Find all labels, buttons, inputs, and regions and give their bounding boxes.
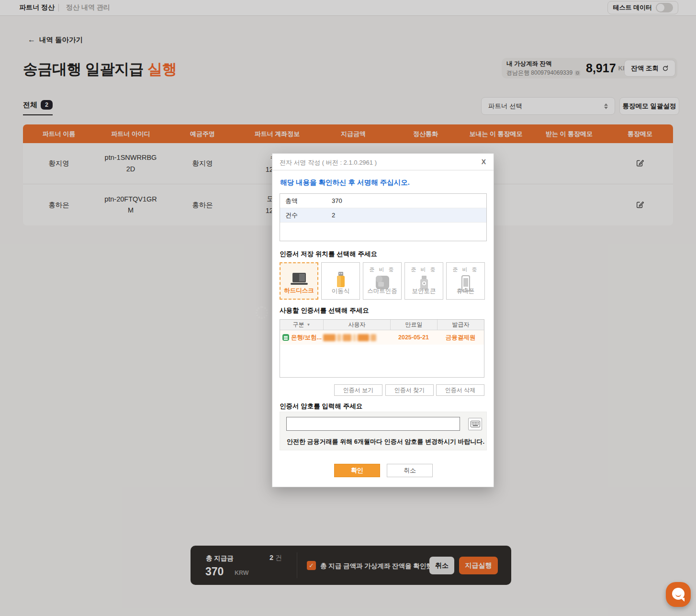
- cert-expiry: 2025-05-21: [390, 334, 437, 341]
- storage-tile-smartauth[interactable]: 준 비 중 스마트인증: [363, 262, 402, 300]
- cert-col-expiry: 만료일: [390, 320, 437, 330]
- password-section-title: 인증서 암호를 입력해 주세요: [280, 402, 362, 411]
- sign-instruction: 해당 내용을 확인하신 후 서명해 주십시오.: [280, 178, 410, 187]
- cert-find-button[interactable]: 인증서 찾기: [385, 384, 434, 396]
- virtual-keyboard-button[interactable]: [468, 418, 482, 430]
- storage-tile-securitytoken[interactable]: 준 비 중 보안토큰: [404, 262, 443, 300]
- storage-section-title: 인증서 저장 위치를 선택해 주세요: [280, 250, 377, 258]
- modal-title: 전자 서명 작성 ( 버전 : 2.1.0.2961 ): [280, 158, 377, 167]
- modal-cancel-button[interactable]: 취소: [387, 464, 433, 477]
- storage-tile-removable[interactable]: 이동식: [321, 262, 360, 300]
- harddisk-icon: [281, 272, 317, 287]
- cert-col-issuer: 발급자: [437, 320, 484, 330]
- cert-col-type[interactable]: 구분▼: [280, 320, 323, 330]
- password-panel: 안전한 금융거래를 위해 6개월마다 인증서 암호를 변경하시기 바랍니다.: [280, 412, 487, 450]
- app-root: 파트너 정산 정산 내역 관리 테스트 데이터 ←내역 돌아가기 송금대행 일괄…: [0, 0, 696, 616]
- certificate-password-input[interactable]: [286, 417, 460, 431]
- certificate-table-header: 구분▼ 사용자 만료일 발급자: [280, 320, 484, 330]
- certificate-row[interactable]: 은행/보험... 2025-05-21 금융결제원: [280, 330, 484, 345]
- close-icon[interactable]: X: [482, 158, 486, 166]
- cert-view-button[interactable]: 인증서 보기: [334, 384, 382, 396]
- keyboard-icon: [471, 421, 480, 427]
- modal-confirm-button[interactable]: 확인: [334, 464, 380, 477]
- modal-titlebar: 전자 서명 작성 ( 버전 : 2.1.0.2961 ) X: [272, 154, 494, 170]
- certificate-table: 구분▼ 사용자 만료일 발급자 은행/보험... 2025-05-21 금융결제…: [280, 319, 484, 378]
- summary-row-count: 건수2: [280, 208, 486, 223]
- cert-col-user: 사용자: [323, 320, 390, 330]
- password-note: 안전한 금융거래를 위해 6개월마다 인증서 암호를 변경하시기 바랍니다.: [287, 437, 484, 446]
- chat-launcher-icon[interactable]: [666, 582, 691, 607]
- sign-summary-table: 총액370 건수2: [280, 193, 487, 241]
- cert-section-title: 사용할 인증서를 선택해 주세요: [280, 306, 369, 315]
- storage-tile-harddisk[interactable]: 하드디스크: [280, 262, 318, 300]
- certificate-icon: [282, 334, 289, 341]
- usb-drive-icon: [322, 271, 359, 289]
- storage-tile-mobile[interactable]: 준 비 중 휴대폰: [446, 262, 485, 300]
- cert-delete-button[interactable]: 인증서 삭제: [436, 384, 484, 396]
- sort-icon: ▼: [307, 323, 311, 327]
- certificate-storage-tiles: 하드디스크 이동식 준 비 중 스마트인증 준 비 중 보안토: [280, 262, 485, 300]
- digital-signature-modal: 전자 서명 작성 ( 버전 : 2.1.0.2961 ) X 해당 내용을 확인…: [272, 153, 494, 487]
- cert-user-redacted: [323, 334, 390, 341]
- cert-type: 은행/보험...: [291, 334, 322, 342]
- cert-issuer: 금융결제원: [437, 334, 484, 342]
- summary-row-total: 총액370: [280, 194, 486, 208]
